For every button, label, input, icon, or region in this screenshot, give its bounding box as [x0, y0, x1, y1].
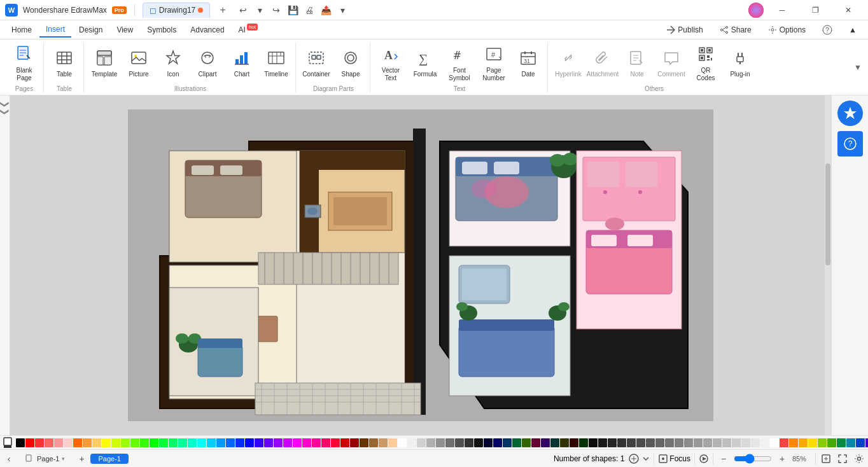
- color-swatch[interactable]: [64, 438, 73, 447]
- user-avatar[interactable]: [748, 3, 764, 18]
- vector-text-button[interactable]: A VectorText: [374, 42, 407, 85]
- color-swatch[interactable]: [388, 438, 397, 447]
- shape-style-button[interactable]: [628, 453, 650, 464]
- color-swatch[interactable]: [579, 438, 588, 447]
- color-swatch[interactable]: [216, 438, 225, 447]
- color-swatch[interactable]: [760, 438, 769, 447]
- font-symbol-button[interactable]: # FontSymbol: [443, 42, 476, 85]
- color-swatch[interactable]: [675, 438, 683, 447]
- color-swatch[interactable]: [465, 438, 473, 447]
- color-swatch[interactable]: [245, 438, 254, 447]
- color-swatch[interactable]: [235, 438, 244, 447]
- color-swatch[interactable]: [197, 438, 206, 447]
- color-swatch[interactable]: [426, 438, 435, 447]
- menu-view[interactable]: View: [110, 23, 139, 37]
- timeline-button[interactable]: Timeline: [260, 42, 293, 85]
- canvas-area[interactable]: [10, 95, 831, 435]
- color-swatch[interactable]: [398, 438, 407, 447]
- menu-ai[interactable]: AI hot: [232, 23, 264, 37]
- color-swatch[interactable]: [264, 438, 273, 447]
- undo-button[interactable]: ↩: [235, 3, 251, 18]
- comment-button[interactable]: Comment: [655, 42, 688, 85]
- save-button[interactable]: 💾: [285, 3, 300, 18]
- add-page-button[interactable]: +: [75, 452, 88, 465]
- color-swatch[interactable]: [818, 438, 827, 447]
- color-swatch[interactable]: [140, 438, 149, 447]
- canvas-scrollbar[interactable]: [825, 95, 831, 435]
- color-swatch[interactable]: [321, 438, 330, 447]
- focus-button[interactable]: Focus: [658, 454, 690, 464]
- menu-symbols[interactable]: Symbols: [141, 23, 183, 37]
- attachment-button[interactable]: Attachment: [586, 42, 619, 85]
- formula-button[interactable]: ∑ Formula: [409, 42, 442, 85]
- color-swatch[interactable]: [474, 438, 483, 447]
- color-swatch[interactable]: [627, 438, 636, 447]
- color-swatch[interactable]: [92, 438, 101, 447]
- page-tab-item[interactable]: Page-1 ▾: [18, 453, 73, 464]
- color-swatch[interactable]: [150, 438, 158, 447]
- play-button[interactable]: [699, 454, 709, 464]
- color-swatch[interactable]: [130, 438, 139, 447]
- palette-fill-tool[interactable]: [3, 436, 15, 449]
- color-swatch[interactable]: [25, 438, 34, 447]
- color-swatch[interactable]: [16, 438, 25, 447]
- date-button[interactable]: 31 Date: [512, 42, 545, 85]
- ai-assist-button[interactable]: [837, 101, 863, 126]
- plug-in-button[interactable]: Plug-in: [724, 42, 757, 85]
- color-swatch[interactable]: [45, 438, 53, 447]
- color-swatch[interactable]: [302, 438, 311, 447]
- menu-home[interactable]: Home: [5, 23, 38, 37]
- redo-button[interactable]: ↪: [269, 3, 284, 18]
- color-swatch[interactable]: [169, 438, 178, 447]
- color-swatch[interactable]: [665, 438, 674, 447]
- table-button[interactable]: Table: [48, 42, 81, 85]
- help-button[interactable]: ?: [816, 22, 839, 38]
- color-swatch[interactable]: [636, 438, 645, 447]
- color-swatch[interactable]: [541, 438, 550, 447]
- restore-button[interactable]: ❐: [801, 0, 830, 20]
- color-swatch[interactable]: [369, 438, 378, 447]
- settings-button[interactable]: [853, 452, 865, 465]
- note-button[interactable]: Note: [620, 42, 654, 85]
- color-swatch[interactable]: [646, 438, 655, 447]
- color-swatch[interactable]: [283, 438, 292, 447]
- color-swatch[interactable]: [770, 438, 779, 447]
- color-swatch[interactable]: [350, 438, 359, 447]
- color-swatch[interactable]: [503, 438, 512, 447]
- chart-button[interactable]: Chart: [225, 42, 258, 85]
- color-swatch[interactable]: [331, 438, 340, 447]
- color-swatch[interactable]: [703, 438, 712, 447]
- color-swatch[interactable]: [73, 438, 82, 447]
- color-swatch[interactable]: [207, 438, 216, 447]
- color-swatch[interactable]: [589, 438, 598, 447]
- color-swatch[interactable]: [484, 438, 493, 447]
- color-swatch[interactable]: [512, 438, 521, 447]
- page-number-button[interactable]: # PageNumber: [477, 42, 510, 85]
- collapse-ribbon-arrow[interactable]: ▼: [853, 42, 863, 93]
- color-swatch[interactable]: [121, 438, 130, 447]
- color-swatch[interactable]: [856, 438, 865, 447]
- shape-button[interactable]: Shape: [334, 42, 367, 85]
- color-swatch[interactable]: [417, 438, 426, 447]
- color-swatch[interactable]: [570, 438, 578, 447]
- color-swatch[interactable]: [827, 438, 836, 447]
- color-swatch[interactable]: [226, 438, 235, 447]
- container-button[interactable]: Container: [300, 42, 333, 85]
- color-swatch[interactable]: [560, 438, 569, 447]
- color-swatch[interactable]: [799, 438, 808, 447]
- color-swatch[interactable]: [436, 438, 445, 447]
- color-swatch[interactable]: [178, 438, 187, 447]
- page-nav-prev[interactable]: ‹: [3, 452, 15, 465]
- color-swatch[interactable]: [54, 438, 63, 447]
- color-swatch[interactable]: [751, 438, 760, 447]
- color-swatch[interactable]: [808, 438, 817, 447]
- scrollbar-thumb[interactable]: [825, 164, 830, 265]
- color-swatch[interactable]: [550, 438, 559, 447]
- publish-button[interactable]: Publish: [660, 23, 709, 37]
- qr-codes-button[interactable]: QRCodes: [689, 42, 722, 85]
- new-tab-button[interactable]: +: [215, 3, 230, 18]
- template-button[interactable]: Template: [88, 42, 121, 85]
- color-swatch[interactable]: [455, 438, 464, 447]
- color-swatch[interactable]: [312, 438, 321, 447]
- color-swatch[interactable]: [255, 438, 263, 447]
